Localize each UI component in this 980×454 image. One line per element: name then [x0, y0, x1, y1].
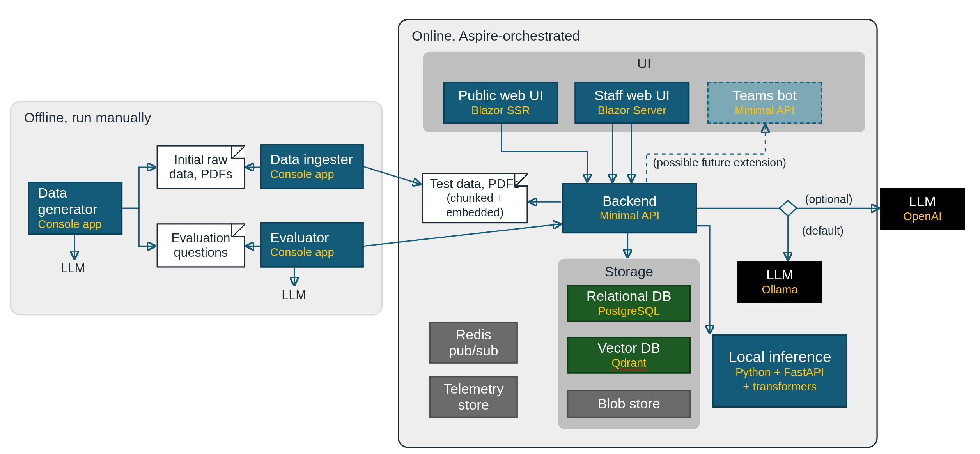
doc-fold-icon — [231, 145, 245, 159]
label: Telemetry — [443, 381, 503, 397]
offline-panel-title: Offline, run manually — [24, 110, 151, 126]
label: Initial raw — [174, 153, 227, 167]
sublabel: Blazor SSR — [471, 104, 530, 118]
llm-label-left: LLM — [60, 261, 85, 276]
node-llm-openai: LLM OpenAI — [880, 188, 965, 230]
ui-group-title: UI — [423, 55, 865, 72]
node-redis: Redis pub/sub — [429, 322, 518, 364]
label: Vector DB — [598, 340, 660, 356]
annot-default: (default) — [802, 224, 844, 238]
node-llm-ollama: LLM Ollama — [737, 261, 822, 303]
sublabel: Python + FastAPI — [735, 366, 824, 380]
node-teams-bot: Teams bot Minimal API — [707, 82, 822, 124]
node-public-web-ui: Public web UI Blazor SSR — [443, 82, 558, 124]
label: Data generator — [38, 185, 117, 217]
sublabel: PostgreSQL — [598, 304, 660, 318]
diagram-canvas: Offline, run manually Online, Aspire-orc… — [0, 0, 980, 454]
node-data-ingester: Data ingester Console app — [260, 144, 364, 189]
node-vector-db: Vector DB Qdrant — [567, 337, 691, 374]
label: Relational DB — [587, 288, 672, 304]
online-panel-title: Online, Aspire-orchestrated — [412, 28, 580, 44]
label: Redis — [456, 327, 491, 343]
label: questions — [174, 246, 228, 260]
sublabel: Minimal API — [599, 209, 659, 223]
label: Staff web UI — [594, 88, 670, 104]
label: LLM — [909, 194, 936, 210]
node-staff-web-ui: Staff web UI Blazor Server — [574, 82, 689, 124]
label: store — [458, 397, 489, 413]
sublabel: + transformers — [743, 380, 817, 394]
label: (chunked + — [447, 191, 503, 205]
label: Local inference — [728, 348, 831, 366]
label: Data ingester — [270, 152, 359, 168]
doc-fold-icon — [514, 173, 528, 187]
sublabel: Console app — [38, 217, 117, 231]
label: Teams bot — [733, 88, 797, 104]
label: Evaluator — [270, 230, 359, 246]
label: Evaluation — [171, 231, 230, 246]
sublabel: Qdrant — [611, 356, 646, 370]
llm-label-mid: LLM — [282, 288, 306, 302]
node-telemetry: Telemetry store — [429, 376, 518, 418]
annot-optional: (optional) — [805, 193, 852, 206]
label: LLM — [766, 267, 793, 283]
label: pub/sub — [449, 343, 498, 359]
sublabel: Blazor Server — [598, 104, 667, 118]
doc-initial-raw: Initial raw data, PDFs — [157, 145, 245, 189]
node-data-generator: Data generator Console app — [28, 182, 122, 235]
doc-test-data: Test data, PDFs (chunked + embedded) — [422, 173, 528, 224]
label: Public web UI — [458, 88, 543, 104]
sublabel: OpenAI — [903, 210, 942, 224]
label: embedded) — [446, 205, 503, 219]
storage-group-title: Storage — [558, 264, 700, 280]
node-blob-store: Blob store — [567, 390, 691, 418]
label: Blob store — [598, 396, 660, 412]
doc-eval-questions: Evaluation questions — [157, 223, 245, 267]
node-relational-db: Relational DB PostgreSQL — [567, 285, 691, 322]
node-evaluator: Evaluator Console app — [260, 222, 364, 268]
label: Test data, PDFs — [430, 177, 519, 191]
node-backend: Backend Minimal API — [562, 183, 697, 234]
node-local-inference: Local inference Python + FastAPI + trans… — [712, 334, 847, 408]
annot-future-extension: (possible future extension) — [653, 157, 786, 170]
sublabel: Ollama — [762, 283, 798, 297]
doc-fold-icon — [231, 223, 245, 237]
sublabel: Console app — [270, 168, 359, 182]
sublabel: Console app — [270, 246, 359, 260]
sublabel: Minimal API — [735, 104, 795, 118]
label: data, PDFs — [169, 167, 232, 182]
label: Backend — [603, 193, 657, 209]
